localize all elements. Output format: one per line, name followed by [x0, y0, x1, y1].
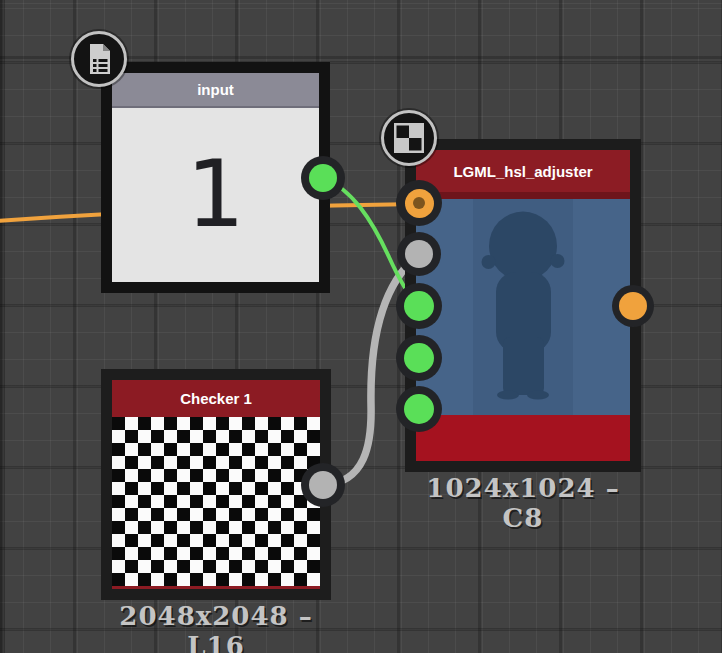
port-dot: [309, 164, 337, 192]
node-input-title: input: [112, 73, 319, 108]
character-silhouette: [416, 199, 630, 415]
node-input-value: 1: [186, 149, 245, 241]
port-dot: [404, 394, 434, 424]
port-checker-output-gray[interactable]: [301, 463, 345, 507]
input-node-type-badge: [71, 31, 127, 87]
node-checker-title: Checker 1: [112, 380, 320, 417]
node-hsl-footer: [416, 415, 630, 461]
node-hsl-caption: 1024x1024 – C8: [405, 473, 641, 533]
port-dot: [404, 291, 434, 321]
port-input-output-green[interactable]: [301, 156, 345, 200]
port-inner-dot: [413, 197, 425, 209]
node-checker[interactable]: Checker 1: [101, 369, 331, 600]
port-hsl-input5-green[interactable]: [396, 386, 442, 432]
node-checker-thumbnail: [112, 417, 320, 586]
node-checker-footer: [112, 586, 320, 589]
port-hsl-output-orange[interactable]: [612, 285, 654, 327]
document-list-icon: [79, 39, 119, 79]
port-hsl-input3-green[interactable]: [396, 283, 442, 329]
node-graph-canvas[interactable]: input 1 Checker 1 LGML_hsl_adjuster: [0, 0, 722, 653]
port-hsl-input4-green[interactable]: [396, 335, 442, 381]
node-checker-caption: 2048x2048 – L16: [101, 601, 331, 653]
node-hsl-title: LGML_hsl_adjuster: [416, 150, 630, 199]
port-dot: [405, 240, 433, 268]
port-hsl-input1-orange[interactable]: [396, 180, 442, 226]
node-hsl-thumbnail: [416, 199, 630, 415]
port-dot: [405, 189, 434, 218]
hsl-node-type-badge: [381, 110, 437, 166]
port-hsl-input2-gray[interactable]: [397, 232, 441, 276]
node-input[interactable]: input 1: [101, 62, 330, 293]
port-dot: [404, 343, 434, 373]
port-dot: [619, 292, 647, 320]
port-dot: [309, 471, 337, 499]
node-input-thumbnail: 1: [112, 108, 319, 282]
checkerboard-icon: [389, 118, 429, 158]
